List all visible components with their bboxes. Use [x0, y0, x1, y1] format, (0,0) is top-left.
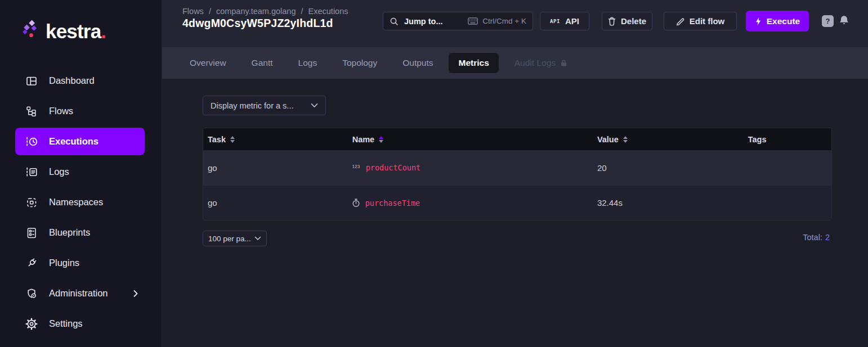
- bell-icon[interactable]: [839, 15, 849, 26]
- plugins-icon: [25, 256, 38, 270]
- total-value: 2: [825, 233, 830, 242]
- search-placeholder: Jump to...: [404, 17, 442, 26]
- chevron-right-icon: [133, 290, 138, 297]
- executions-icon: [25, 135, 38, 148]
- sidebar-item-settings[interactable]: Settings: [15, 310, 145, 337]
- task-cell: go: [203, 163, 348, 173]
- api-button[interactable]: API API: [540, 12, 589, 30]
- edit-flow-button[interactable]: Edit flow: [664, 12, 737, 30]
- counter-icon: ¹²³: [352, 164, 360, 172]
- sort-icon: [623, 136, 628, 143]
- sidebar-item-logs[interactable]: Logs: [15, 158, 145, 186]
- search-icon: [390, 17, 399, 26]
- sidebar-item-label: Executions: [49, 136, 99, 147]
- breadcrumb-flows[interactable]: Flows: [182, 7, 204, 16]
- top-bar: Flows / company.team.golang / Executions…: [162, 0, 868, 47]
- column-header-value-label: Value: [597, 135, 619, 144]
- table-row[interactable]: go ¹²³ productCount 20: [203, 150, 831, 185]
- sort-icon-active: [379, 136, 383, 143]
- sidebar: kestra. Dashboard Flows: [0, 0, 162, 347]
- delete-button-label: Delete: [621, 16, 646, 26]
- breadcrumb-separator: /: [209, 7, 211, 16]
- per-page-select[interactable]: 100 per pa...: [203, 231, 267, 246]
- blueprints-icon: [25, 226, 38, 240]
- search-shortcut: Ctrl/Cmd + K: [468, 17, 526, 25]
- value-cell: 20: [593, 163, 744, 173]
- execute-button[interactable]: Execute: [746, 11, 809, 31]
- column-header-tags: Tags: [744, 135, 831, 144]
- sidebar-item-label: Plugins: [49, 258, 79, 268]
- administration-icon: [25, 287, 38, 300]
- sidebar-item-label: Settings: [49, 318, 83, 329]
- sidebar-item-label: Blueprints: [49, 227, 90, 238]
- kestra-logo[interactable]: kestra.: [21, 19, 106, 44]
- lock-icon: [560, 59, 567, 67]
- name-cell: ¹²³ productCount: [348, 163, 593, 172]
- tab-overview[interactable]: Overview: [180, 53, 236, 73]
- shortcut-label: Ctrl/Cmd + K: [482, 17, 526, 25]
- kestra-logo-icon: [21, 19, 41, 38]
- sidebar-item-label: Administration: [49, 288, 108, 299]
- help-icon[interactable]: ?: [822, 15, 834, 27]
- execute-button-label: Execute: [767, 16, 800, 26]
- metric-name: productCount: [366, 163, 421, 172]
- sidebar-item-dashboard[interactable]: Dashboard: [15, 67, 145, 94]
- column-header-task-label: Task: [208, 135, 226, 144]
- flows-icon: [25, 105, 38, 118]
- metrics-table-header: Task Name Value Tags: [203, 128, 831, 150]
- timer-icon: [352, 199, 360, 208]
- per-page-value: 100 per pa...: [208, 235, 251, 243]
- sidebar-item-label: Dashboard: [49, 75, 95, 86]
- sidebar-item-label: Logs: [49, 166, 69, 177]
- total-label: Total:: [803, 233, 822, 242]
- sidebar-item-flows[interactable]: Flows: [15, 97, 145, 125]
- column-header-name[interactable]: Name: [348, 135, 593, 144]
- column-header-name-label: Name: [352, 135, 375, 144]
- total-count: Total:2: [803, 233, 830, 242]
- keyboard-icon: [468, 17, 478, 25]
- sort-icon: [230, 136, 235, 143]
- tab-topology[interactable]: Topology: [333, 53, 387, 73]
- sidebar-item-administration[interactable]: Administration: [15, 280, 145, 307]
- chevron-down-icon: [311, 103, 318, 108]
- pencil-icon: [676, 17, 684, 25]
- sidebar-nav: Dashboard Flows Executions: [0, 67, 162, 337]
- api-button-label: API: [565, 16, 579, 26]
- value-cell: 32.44s: [593, 198, 744, 208]
- metric-filter-value: Display metric for a s...: [211, 101, 293, 110]
- chevron-down-icon: [254, 236, 261, 241]
- namespaces-icon: [25, 196, 38, 209]
- breadcrumb-namespace[interactable]: company.team.golang: [216, 7, 296, 16]
- column-header-task[interactable]: Task: [203, 135, 348, 144]
- tab-logs[interactable]: Logs: [289, 53, 327, 73]
- help-label: ?: [826, 17, 830, 25]
- delete-button[interactable]: Delete: [602, 12, 652, 30]
- kestra-logo-text: kestra.: [46, 19, 106, 44]
- tab-gantt[interactable]: Gantt: [242, 53, 283, 73]
- dashboard-icon: [25, 74, 38, 88]
- settings-icon: [25, 317, 38, 331]
- tab-audit-logs-label: Audit Logs: [514, 58, 556, 68]
- logo-dot: .: [101, 20, 106, 42]
- sidebar-item-blueprints[interactable]: Blueprints: [15, 219, 145, 246]
- metric-filter-select[interactable]: Display metric for a s...: [203, 96, 326, 115]
- metrics-panel: Display metric for a s... Task Name Valu…: [162, 79, 868, 347]
- sidebar-item-plugins[interactable]: Plugins: [15, 249, 145, 277]
- column-header-value[interactable]: Value: [593, 135, 744, 144]
- jump-to-search[interactable]: Jump to... Ctrl/Cmd + K: [383, 12, 533, 30]
- tab-metrics[interactable]: Metrics: [449, 53, 498, 73]
- sidebar-item-namespaces[interactable]: Namespaces: [15, 188, 145, 216]
- breadcrumb-executions[interactable]: Executions: [308, 7, 348, 16]
- logs-icon: [25, 165, 38, 179]
- tab-audit-logs: Audit Logs: [505, 53, 577, 73]
- sidebar-item-label: Flows: [49, 106, 73, 116]
- table-row[interactable]: go purchaseTime 32.44s: [203, 185, 831, 220]
- tab-outputs[interactable]: Outputs: [393, 53, 442, 73]
- name-cell: purchaseTime: [348, 199, 593, 208]
- column-header-tags-label: Tags: [748, 135, 767, 144]
- edit-flow-button-label: Edit flow: [690, 16, 725, 26]
- trash-icon: [608, 17, 616, 26]
- sidebar-item-executions[interactable]: Executions: [15, 128, 145, 155]
- breadcrumb: Flows / company.team.golang / Executions: [182, 7, 348, 16]
- api-icon: API: [550, 19, 560, 24]
